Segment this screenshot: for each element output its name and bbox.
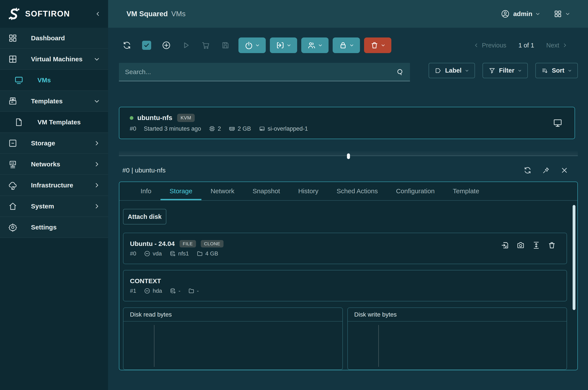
chart-axis-line [154,325,154,367]
search-input[interactable] [125,68,396,76]
save-icon[interactable] [221,41,230,50]
apps-menu-chevron-icon[interactable] [565,11,570,16]
trash-icon[interactable] [547,241,556,250]
sidebar-item-settings[interactable]: Settings [0,217,108,238]
sidebar-item-label: Infrastructure [31,182,73,189]
select-all-checkbox[interactable] [142,41,151,50]
resize-icon[interactable] [532,241,541,250]
sidebar-item-vms[interactable]: VMs [0,70,108,91]
vm-status-dot [130,116,134,120]
datastore-icon [170,288,176,294]
network-icon [8,159,18,169]
tab-sched-actions[interactable]: Sched Actions [327,182,387,200]
search-icon[interactable] [396,68,404,76]
next-page-button[interactable]: Next [546,42,567,49]
sort-button-text: Sort [552,67,564,74]
sidebar-item-label: System [31,202,54,210]
list-scroll-track[interactable] [119,151,578,156]
tab-storage[interactable]: Storage [160,182,201,200]
cpu-icon [209,125,216,132]
sidebar-item-label: VMs [38,77,51,84]
tab-history[interactable]: History [289,182,327,200]
chevron-down-icon [94,56,100,62]
detail-tabs: Info Storage Network Snapshot History Sc… [119,182,577,201]
tab-template[interactable]: Template [444,182,488,200]
tab-network[interactable]: Network [201,182,243,200]
sidebar-item-label: VM Templates [38,118,81,126]
folder-icon [196,250,203,257]
sidebar-item-dashboard[interactable]: Dashboard [0,28,108,49]
user-menu-chevron-icon[interactable] [535,11,540,16]
pagination: Previous 1 of 1 Next [474,42,567,49]
sidebar-collapse-icon[interactable] [95,11,101,17]
scroll-thumb[interactable] [347,153,350,159]
chevron-down-icon [518,69,522,73]
tab-snapshot[interactable]: Snapshot [243,182,289,200]
migrate-actions-button[interactable] [270,38,297,53]
snapshot-camera-icon[interactable] [516,241,525,250]
sidebar-item-system[interactable]: System [0,196,108,217]
chart-title: Disk read bytes [124,308,342,322]
chart-axis-line [378,325,379,367]
hypervisor-badge: KVM [177,114,195,122]
sidebar-item-label: Dashboard [31,35,65,42]
sort-icon [542,67,548,74]
play-icon[interactable] [181,41,191,50]
disk-device: hda [153,288,162,294]
sidebar-item-infrastructure[interactable]: Infrastructure [0,175,108,196]
chart-plot-area [124,322,342,369]
tab-configuration[interactable]: Configuration [387,182,444,200]
refresh-icon[interactable] [523,166,532,174]
disk-name: Ubuntu - 24.04 [130,240,175,247]
disk-id: #0 [130,250,136,257]
sidebar-item-virtual-machines[interactable]: Virtual Machines [0,49,108,70]
detail-panel: Info Storage Network Snapshot History Sc… [119,182,578,370]
trash-icon [370,41,379,49]
sort-button[interactable]: Sort [535,63,578,78]
previous-page-button[interactable]: Previous [474,42,506,49]
folder-icon [188,288,195,294]
sidebar-item-label: Templates [31,98,63,105]
save-as-icon[interactable] [501,241,509,250]
delete-actions-button[interactable] [364,38,391,53]
detail-header: #0 | ubuntu-nfs [119,164,578,177]
page-count: 1 of 1 [518,42,534,49]
chevron-down-icon [94,98,100,104]
close-icon[interactable] [560,166,569,174]
filter-button[interactable]: Filter [483,63,528,78]
chevron-right-icon [94,203,100,209]
add-vm-icon[interactable] [162,41,171,50]
panel-scrollbar[interactable] [573,205,575,310]
disk-row-0[interactable]: Ubuntu - 24.04 FILE CLONE #0 vda nfs1 4 … [123,233,567,264]
lock-actions-button[interactable] [333,38,360,53]
cart-icon[interactable] [201,41,210,50]
sidebar-item-templates[interactable]: Templates [0,91,108,112]
brand-header: SOFTIRON [0,0,108,28]
disk-name: CONTEXT [130,277,161,285]
vm-list-item[interactable]: ubuntu-nfs KVM #0 Started 3 minutes ago … [119,107,575,139]
tab-info[interactable]: Info [132,182,160,200]
vm-vcpus: 2 [218,125,221,132]
refresh-icon[interactable] [122,41,132,50]
sidebar-item-storage[interactable]: Storage [0,133,108,154]
power-actions-button[interactable] [238,38,266,53]
softiron-logo-icon [8,7,20,20]
disk-row-1[interactable]: CONTEXT #1 hda - - [123,270,567,301]
top-bar: VM Squared VMs admin [108,0,588,28]
ownership-actions-button[interactable] [301,38,328,53]
disk-datastore: - [179,288,181,294]
previous-label: Previous [482,42,506,49]
vm-name: ubuntu-nfs [137,114,172,122]
pin-icon[interactable] [542,166,550,174]
console-monitor-icon[interactable] [553,118,563,128]
sidebar-item-vm-templates[interactable]: VM Templates [0,112,108,133]
sidebar-item-networks[interactable]: Networks [0,154,108,175]
datastore-icon [169,250,176,257]
chevron-left-icon [474,43,479,48]
label-button[interactable]: Label [429,63,475,78]
disk-datastore: nfs1 [178,250,189,257]
vm-toolbar: Previous 1 of 1 Next [119,38,578,53]
attach-disk-button[interactable]: Attach disk [123,209,166,224]
lock-icon [339,41,347,49]
app-grid-icon[interactable] [553,9,562,18]
